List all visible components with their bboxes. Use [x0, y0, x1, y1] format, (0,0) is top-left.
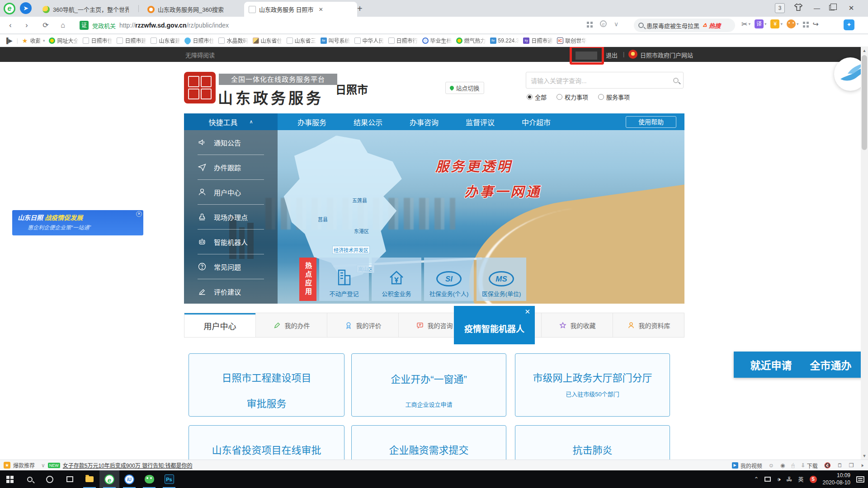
- nav-item-consult[interactable]: 办事咨询: [410, 117, 439, 127]
- card-business-open[interactable]: 企业开办“一窗通” 工商企业设立申请: [351, 353, 506, 417]
- bookmark-item[interactable]: IC联创世华: [557, 37, 587, 44]
- bookmark-item[interactable]: 毕业生档: [422, 37, 452, 44]
- tray-expand-icon[interactable]: ⌃: [754, 476, 759, 483]
- bookmark-item[interactable]: 燃气热力: [456, 37, 486, 44]
- tab-user-center[interactable]: 用户中心: [184, 313, 255, 337]
- wechat-icon[interactable]: [139, 470, 159, 488]
- speaker-icon[interactable]: 🕨: [860, 462, 863, 469]
- wallet-icon[interactable]: ¥▾: [770, 19, 783, 28]
- browser-search-box[interactable]: 患尿毒症被生母拉黑 🜂热搜: [634, 19, 735, 32]
- qr-code-icon[interactable]: [587, 22, 593, 28]
- bookmark-item[interactable]: fw59.224.3: [490, 38, 519, 44]
- card-gov-hall[interactable]: 市级网上政务大厅部门分厅 已入驻市级50个部门: [515, 353, 670, 417]
- ime-icon[interactable]: S: [810, 476, 817, 483]
- hot-app-realestate[interactable]: 不动产登记: [319, 258, 369, 301]
- tab-360-search[interactable]: 山东政务服务网_360搜索: [143, 2, 241, 17]
- display-icon[interactable]: [764, 477, 771, 482]
- share-arrow-icon[interactable]: ↪: [813, 20, 819, 28]
- tab-360-nav[interactable]: 360导航_一个主页，整个世界: [38, 2, 136, 17]
- taskbar-clock[interactable]: 10:09 2020-08-10: [823, 472, 850, 486]
- bookmark-item[interactable]: 水晶数码: [218, 37, 248, 44]
- translate-icon[interactable]: 译▾: [755, 19, 767, 28]
- card-financing[interactable]: 企业融资需求提交: [351, 425, 506, 460]
- search-icon[interactable]: [673, 78, 679, 83]
- tab-my-reviews[interactable]: 我的评价: [327, 313, 398, 337]
- volume-icon[interactable]: 🕩: [777, 476, 780, 483]
- popup-close-icon[interactable]: ✕: [524, 308, 530, 316]
- tab-my-library[interactable]: 我的资料库: [613, 313, 684, 337]
- compass-nav-icon[interactable]: ➤: [20, 2, 32, 14]
- bookmark-item[interactable]: 山东省三: [287, 37, 316, 44]
- bookmark-item[interactable]: 日照市住: [83, 37, 113, 44]
- scroll-up-icon[interactable]: ▲: [861, 48, 868, 53]
- hot-app-social-insurance[interactable]: SI 社保业务(个人): [424, 258, 474, 301]
- site-switch-button[interactable]: 站点切换: [445, 82, 484, 94]
- sidebar-item-faq[interactable]: 常见问题: [184, 254, 278, 279]
- bookmark-item[interactable]: fw叫号系统: [321, 37, 350, 44]
- hot-app-medical-insurance[interactable]: MS 医保业务(单位): [476, 258, 526, 301]
- photoshop-icon[interactable]: Ps: [159, 470, 179, 488]
- card-investment-approval[interactable]: 山东省投资项目在线审批: [189, 425, 344, 460]
- floating-ad-banner[interactable]: 山东日照 战疫情促发展 惠企利企便企业策“一站通” ✕: [12, 210, 143, 235]
- news-link[interactable]: 女子存款5万元10年后变成900万 银行告知:钱都是你的: [63, 461, 193, 469]
- sidebar-item-tracking[interactable]: 办件跟踪: [184, 155, 278, 179]
- nearby-apply-bar[interactable]: 就近申请 全市通办: [734, 352, 868, 378]
- page-scrollbar[interactable]: ▲ ▼: [861, 47, 868, 460]
- card-construction-approval[interactable]: 日照市工程建设项目 审批服务: [189, 353, 344, 417]
- radio-service-items[interactable]: 服务事项: [598, 93, 630, 101]
- back-button[interactable]: ‹: [5, 19, 16, 31]
- sidebar-item-notices[interactable]: 通知公告: [184, 130, 278, 155]
- bookmark-item[interactable]: 山东省建: [151, 37, 180, 44]
- new-tab-button[interactable]: +: [357, 4, 363, 14]
- sidebar-item-robot[interactable]: 智能机器人: [184, 230, 278, 254]
- task-view-icon[interactable]: [60, 470, 80, 488]
- promo-label[interactable]: 爆款推荐: [13, 461, 35, 469]
- extension-e-icon[interactable]: e: [600, 20, 607, 27]
- window-maximize-button[interactable]: [829, 5, 835, 10]
- tab-close-icon[interactable]: ✕: [319, 6, 323, 13]
- address-bar[interactable]: 证 党政机关 http://rzzwfw.sd.gov.cn/rz/public…: [80, 19, 626, 32]
- bookmark-item[interactable]: 中华人民: [354, 37, 384, 44]
- keyword-search-input[interactable]: 请输入关键字查询...: [526, 72, 684, 89]
- emoticon-icon[interactable]: ☺: [769, 462, 774, 469]
- cortana-icon[interactable]: [40, 470, 60, 488]
- url-text[interactable]: http://rzzwfw.sd.gov.cn/rz/public/index: [119, 22, 229, 29]
- start-button[interactable]: [0, 470, 20, 488]
- chevron-down-icon[interactable]: ∨: [41, 462, 45, 469]
- tab-active-rizhao[interactable]: 山东政务服务 日照市 ✕: [244, 2, 357, 17]
- window-split-icon[interactable]: ❐: [849, 462, 854, 469]
- skin-theme-icon[interactable]: [793, 2, 803, 14]
- covid-robot-popup[interactable]: ✕ 疫情智能机器人: [454, 306, 535, 344]
- hot-search-badge[interactable]: 🜂热搜: [702, 21, 721, 30]
- bookmark-favorites[interactable]: ★ 收藏 ▾: [22, 37, 45, 44]
- sidebar-item-feedback[interactable]: 评价建议: [184, 279, 278, 304]
- nav-item-supervise[interactable]: 监督评议: [466, 117, 495, 127]
- help-button[interactable]: 使用帮助: [626, 116, 676, 128]
- card-covid[interactable]: 抗击肺炎: [515, 425, 670, 460]
- search-query[interactable]: 患尿毒症被生母拉黑: [646, 21, 699, 30]
- browser-360-logo[interactable]: e: [4, 3, 15, 14]
- radio-all[interactable]: 全部: [527, 93, 547, 101]
- input-language[interactable]: 英: [798, 475, 804, 483]
- radio-power-items[interactable]: 权力事项: [557, 93, 588, 101]
- taskbar-search-icon[interactable]: [20, 470, 40, 488]
- nav-item-results[interactable]: 结果公示: [354, 117, 382, 127]
- nav-item-services[interactable]: 办事服务: [297, 117, 326, 127]
- bookmark-item[interactable]: 日照市建: [117, 37, 146, 44]
- iu-app-icon[interactable]: iU: [119, 470, 139, 488]
- notes-icon[interactable]: 🗒: [837, 462, 843, 469]
- sidebar-item-onsite[interactable]: 现场办理点: [184, 205, 278, 229]
- ad-close-icon[interactable]: ✕: [136, 211, 142, 217]
- record-icon[interactable]: ◉: [780, 462, 785, 469]
- chevron-down-icon[interactable]: ∨: [614, 20, 618, 28]
- mute-icon[interactable]: 🔇: [824, 462, 831, 469]
- bookmark-item[interactable]: 日照市行: [388, 37, 418, 44]
- quick-tools-header[interactable]: 快捷工具∧: [184, 113, 278, 130]
- apps-grid-icon[interactable]: [803, 20, 809, 28]
- game-face-icon[interactable]: ▾: [787, 19, 799, 28]
- download-button[interactable]: ⇩下载: [801, 462, 818, 469]
- tab-my-favorites[interactable]: 我的收藏: [541, 313, 613, 337]
- window-minimize-button[interactable]: —: [812, 3, 822, 13]
- bookmark-item[interactable]: 日照市住: [184, 37, 214, 44]
- portal-link[interactable]: 日照市政府门户网站: [640, 51, 693, 59]
